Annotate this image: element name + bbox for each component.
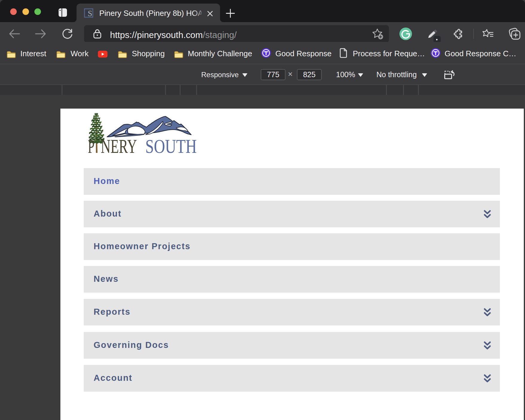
svg-text:S: S — [88, 9, 92, 18]
svg-text:NERY: NERY — [101, 136, 137, 156]
svg-text:P: P — [88, 136, 94, 156]
svg-text:SOUTH: SOUTH — [145, 136, 197, 156]
